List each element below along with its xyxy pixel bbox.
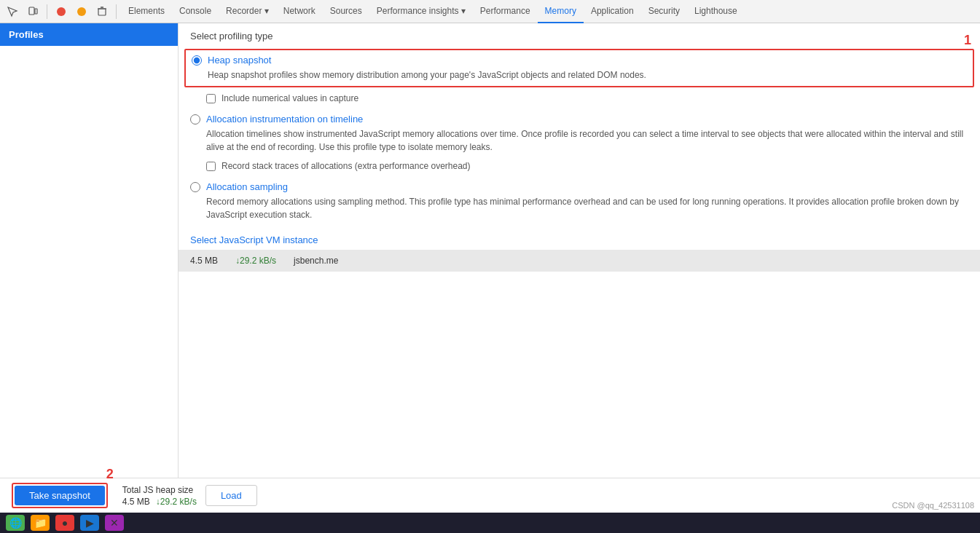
heap-snapshot-title: Heap snapshot bbox=[208, 55, 271, 66]
tab-performance-insights[interactable]: Performance insights ▾ bbox=[369, 0, 473, 23]
inspect-icon[interactable] bbox=[3, 2, 22, 21]
vm-size: 4.5 MB bbox=[190, 256, 218, 266]
allocation-instrumentation-title: Allocation instrumentation on timeline bbox=[206, 114, 363, 125]
tab-elements[interactable]: Elements bbox=[121, 0, 172, 23]
heap-info-sub: 4.5 MB ↓29.2 kB/s bbox=[122, 497, 197, 507]
tab-application[interactable]: Application bbox=[584, 0, 641, 23]
allocation-instrumentation-radio[interactable] bbox=[190, 114, 200, 125]
separator2 bbox=[116, 4, 117, 19]
record-stack-traces-row: Record stack traces of allocations (extr… bbox=[206, 161, 968, 171]
bottom-bar: 2 Take snapshot Total JS heap size 4.5 M… bbox=[0, 478, 980, 513]
vm-name: jsbench.me bbox=[294, 256, 338, 266]
allocation-sampling-radio[interactable] bbox=[190, 182, 200, 192]
close-icon[interactable] bbox=[52, 2, 71, 21]
tab-network[interactable]: Network bbox=[276, 0, 323, 23]
tab-sources[interactable]: Sources bbox=[323, 0, 369, 23]
allocation-instrumentation-desc: Allocation timelines show instrumented J… bbox=[206, 127, 968, 154]
svg-rect-4 bbox=[98, 9, 106, 15]
allocation-sampling-desc: Record memory allocations using sampling… bbox=[206, 195, 968, 221]
heap-snapshot-radio[interactable] bbox=[192, 55, 202, 66]
svg-rect-1 bbox=[35, 9, 37, 14]
allocation-sampling-option: Allocation sampling Record memory alloca… bbox=[179, 177, 980, 226]
include-numerical-checkbox[interactable] bbox=[206, 94, 216, 103]
allocation-instrumentation-header[interactable]: Allocation instrumentation on timeline bbox=[190, 114, 968, 125]
content-area: Select profiling type 1 Heap snapshot He… bbox=[179, 23, 980, 513]
vm-instance-row[interactable]: 4.5 MB ↓29.2 kB/s jsbench.me bbox=[179, 250, 980, 272]
tab-security[interactable]: Security bbox=[641, 0, 687, 23]
minus-icon[interactable] bbox=[72, 2, 91, 21]
take-snapshot-wrapper: 2 Take snapshot bbox=[12, 483, 108, 508]
heap-info: Total JS heap size 4.5 MB ↓29.2 kB/s bbox=[122, 485, 197, 507]
tab-console[interactable]: Console bbox=[172, 0, 219, 23]
heap-size-value: 4.5 MB bbox=[122, 497, 150, 507]
tab-lighthouse[interactable]: Lighthouse bbox=[687, 0, 745, 23]
tab-performance[interactable]: Performance bbox=[473, 0, 538, 23]
vm-section-title: Select JavaScript VM instance bbox=[179, 226, 980, 250]
sidebar-content bbox=[0, 46, 178, 513]
record-stack-traces-label: Record stack traces of allocations (extr… bbox=[222, 161, 471, 171]
record-stack-traces-checkbox[interactable] bbox=[206, 162, 216, 171]
allocation-instrumentation-option: Allocation instrumentation on timeline A… bbox=[179, 109, 980, 158]
svg-rect-0 bbox=[29, 7, 34, 15]
annotation-1: 1 bbox=[964, 33, 971, 48]
tab-memory[interactable]: Memory bbox=[538, 0, 584, 23]
separator1 bbox=[47, 4, 47, 19]
section-title-profiling: Select profiling type bbox=[179, 23, 980, 46]
sidebar-title: Profiles bbox=[9, 29, 44, 40]
annotation-2: 2 bbox=[106, 467, 114, 482]
take-snapshot-button[interactable]: Take snapshot bbox=[15, 486, 105, 505]
sidebar-header: Profiles bbox=[0, 23, 178, 46]
devtools-toolbar: Elements Console Recorder ▾ Network Sour… bbox=[0, 0, 980, 23]
take-snapshot-highlight: Take snapshot bbox=[12, 483, 108, 508]
heap-rate-value: ↓29.2 kB/s bbox=[156, 497, 197, 507]
svg-point-3 bbox=[77, 7, 86, 16]
devtools-main: Profiles Select profiling type 1 Heap sn… bbox=[0, 23, 980, 513]
svg-point-2 bbox=[57, 7, 66, 16]
watermark: CSDN @qq_42531108 bbox=[892, 501, 974, 510]
vm-rate: ↓29.2 kB/s bbox=[235, 256, 276, 266]
tab-recorder[interactable]: Recorder ▾ bbox=[219, 0, 276, 23]
heap-snapshot-desc: Heap snapshot profiles show memory distr… bbox=[208, 68, 967, 82]
content-inner: Select profiling type 1 Heap snapshot He… bbox=[179, 23, 980, 317]
heap-snapshot-option-header[interactable]: Heap snapshot bbox=[192, 55, 967, 66]
trash-icon[interactable] bbox=[93, 2, 111, 21]
total-heap-label: Total JS heap size bbox=[122, 485, 197, 495]
include-numerical-label: Include numerical values in capture bbox=[222, 93, 358, 103]
device-icon[interactable] bbox=[23, 2, 42, 21]
allocation-sampling-header[interactable]: Allocation sampling bbox=[190, 181, 968, 192]
load-button[interactable]: Load bbox=[205, 485, 257, 506]
include-numerical-row: Include numerical values in capture bbox=[206, 93, 968, 103]
allocation-sampling-title: Allocation sampling bbox=[206, 181, 288, 192]
nav-tabs: Elements Console Recorder ▾ Network Sour… bbox=[121, 0, 977, 23]
sidebar: Profiles bbox=[0, 23, 179, 513]
